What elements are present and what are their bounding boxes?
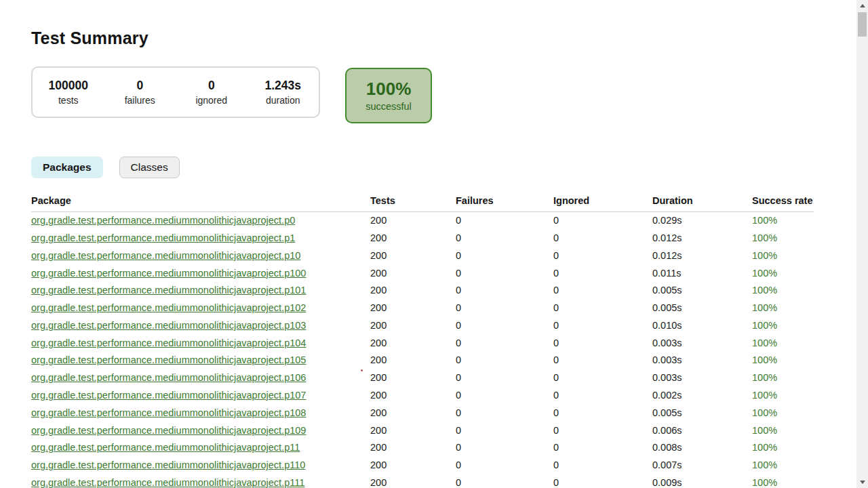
table-row: org.gradle.test.performance.mediummonoli…: [31, 422, 814, 439]
duration-cell: 0.008s: [652, 439, 752, 457]
failures-cell: 0: [456, 387, 553, 405]
tests-cell: 200: [370, 405, 456, 422]
tests-cell: 200: [370, 369, 456, 387]
package-link[interactable]: org.gradle.test.performance.mediummonoli…: [31, 390, 306, 401]
scrollbar-thumb[interactable]: [858, 12, 867, 37]
success-rate-cell: 100%: [752, 405, 814, 422]
duration-cell: 0.005s: [652, 282, 752, 300]
tests-cell: 200: [370, 247, 456, 265]
package-cell: org.gradle.test.performance.mediummonoli…: [31, 422, 370, 439]
column-header-ignored: Ignored: [553, 195, 652, 212]
failures-cell: 0: [456, 334, 553, 352]
tests-cell: 200: [370, 282, 456, 300]
package-link[interactable]: org.gradle.test.performance.mediummonoli…: [31, 425, 306, 436]
failures-cell: 0: [456, 352, 553, 369]
stat-tests-label: tests: [33, 94, 104, 108]
package-cell: org.gradle.test.performance.mediummonoli…: [31, 247, 370, 265]
failures-cell: 0: [456, 405, 553, 422]
package-link[interactable]: org.gradle.test.performance.mediummonoli…: [31, 442, 300, 453]
success-rate-cell: 100%: [752, 457, 814, 474]
duration-cell: 0.009s: [652, 474, 752, 488]
tab-bar: Packages Classes: [31, 157, 837, 178]
scroll-up-button[interactable]: [856, 0, 868, 12]
duration-cell: 0.005s: [652, 300, 752, 317]
success-rate-label: successful: [366, 101, 412, 112]
stat-failures-label: failures: [104, 94, 176, 108]
success-rate-badge: 100% successful: [345, 68, 432, 123]
duration-cell: 0.003s: [652, 334, 752, 352]
package-cell: org.gradle.test.performance.mediummonoli…: [31, 212, 370, 230]
cursor-artifact: [361, 369, 363, 371]
package-link[interactable]: org.gradle.test.performance.mediummonoli…: [31, 302, 306, 313]
packages-table-header: Package Tests Failures Ignored Duration …: [31, 195, 814, 212]
scroll-down-button[interactable]: [856, 476, 868, 488]
table-row: org.gradle.test.performance.mediummonoli…: [31, 352, 814, 369]
package-link[interactable]: org.gradle.test.performance.mediummonoli…: [31, 215, 295, 226]
duration-cell: 0.003s: [652, 369, 752, 387]
table-row: org.gradle.test.performance.mediummonoli…: [31, 282, 814, 300]
failures-cell: 0: [456, 317, 553, 335]
column-header-package: Package: [31, 195, 370, 212]
package-link[interactable]: org.gradle.test.performance.mediummonoli…: [31, 407, 306, 418]
stat-duration: 1.243s duration: [248, 77, 319, 108]
success-rate-percent: 100%: [366, 79, 412, 99]
package-cell: org.gradle.test.performance.mediummonoli…: [31, 264, 370, 282]
success-rate-cell: 100%: [752, 247, 814, 265]
package-link[interactable]: org.gradle.test.performance.mediummonoli…: [31, 232, 295, 243]
ignored-cell: 0: [553, 422, 652, 439]
scrollbar[interactable]: [856, 0, 868, 488]
package-cell: org.gradle.test.performance.mediummonoli…: [31, 352, 370, 369]
tests-cell: 200: [370, 334, 456, 352]
tests-cell: 200: [370, 439, 456, 457]
duration-cell: 0.029s: [652, 212, 752, 230]
package-cell: org.gradle.test.performance.mediummonoli…: [31, 282, 370, 300]
duration-cell: 0.012s: [652, 247, 752, 265]
package-cell: org.gradle.test.performance.mediummonoli…: [31, 387, 370, 405]
column-header-failures: Failures: [456, 195, 553, 212]
stat-duration-value: 1.243s: [248, 78, 319, 94]
ignored-cell: 0: [553, 264, 652, 282]
duration-cell: 0.003s: [652, 352, 752, 369]
ignored-cell: 0: [553, 317, 652, 335]
success-rate-cell: 100%: [752, 317, 814, 335]
duration-cell: 0.012s: [652, 230, 752, 247]
tests-cell: 200: [370, 387, 456, 405]
package-link[interactable]: org.gradle.test.performance.mediummonoli…: [31, 354, 306, 365]
package-link[interactable]: org.gradle.test.performance.mediummonoli…: [31, 250, 300, 261]
summary-stats-box: 100000 tests 0 failures 0 ignored 1.243s…: [31, 66, 320, 118]
package-link[interactable]: org.gradle.test.performance.mediummonoli…: [31, 320, 306, 331]
package-cell: org.gradle.test.performance.mediummonoli…: [31, 474, 370, 488]
package-link[interactable]: org.gradle.test.performance.mediummonoli…: [31, 477, 304, 488]
package-link[interactable]: org.gradle.test.performance.mediummonoli…: [31, 338, 306, 348]
tests-cell: 200: [370, 230, 456, 247]
table-row: org.gradle.test.performance.mediummonoli…: [31, 387, 814, 405]
package-link[interactable]: org.gradle.test.performance.mediummonoli…: [31, 268, 306, 279]
package-cell: org.gradle.test.performance.mediummonoli…: [31, 230, 370, 247]
ignored-cell: 0: [553, 387, 652, 405]
tab-packages[interactable]: Packages: [31, 157, 103, 178]
failures-cell: 0: [456, 247, 553, 265]
tab-classes[interactable]: Classes: [119, 157, 180, 178]
ignored-cell: 0: [553, 369, 652, 387]
package-link[interactable]: org.gradle.test.performance.mediummonoli…: [31, 285, 306, 296]
summary-section: 100000 tests 0 failures 0 ignored 1.243s…: [31, 66, 837, 123]
failures-cell: 0: [456, 230, 553, 247]
column-header-success-rate: Success rate: [752, 195, 814, 212]
tests-cell: 200: [370, 264, 456, 282]
ignored-cell: 0: [553, 282, 652, 300]
tests-cell: 200: [370, 212, 456, 230]
table-row: org.gradle.test.performance.mediummonoli…: [31, 264, 814, 282]
duration-cell: 0.010s: [652, 317, 752, 335]
duration-cell: 0.007s: [652, 457, 752, 474]
ignored-cell: 0: [553, 212, 652, 230]
package-link[interactable]: org.gradle.test.performance.mediummonoli…: [31, 460, 305, 470]
ignored-cell: 0: [553, 352, 652, 369]
stat-ignored-value: 0: [176, 78, 248, 94]
ignored-cell: 0: [553, 230, 652, 247]
failures-cell: 0: [456, 457, 553, 474]
failures-cell: 0: [456, 300, 553, 317]
ignored-cell: 0: [553, 247, 652, 265]
table-row: org.gradle.test.performance.mediummonoli…: [31, 457, 814, 474]
duration-cell: 0.002s: [652, 387, 752, 405]
package-link[interactable]: org.gradle.test.performance.mediummonoli…: [31, 372, 306, 383]
